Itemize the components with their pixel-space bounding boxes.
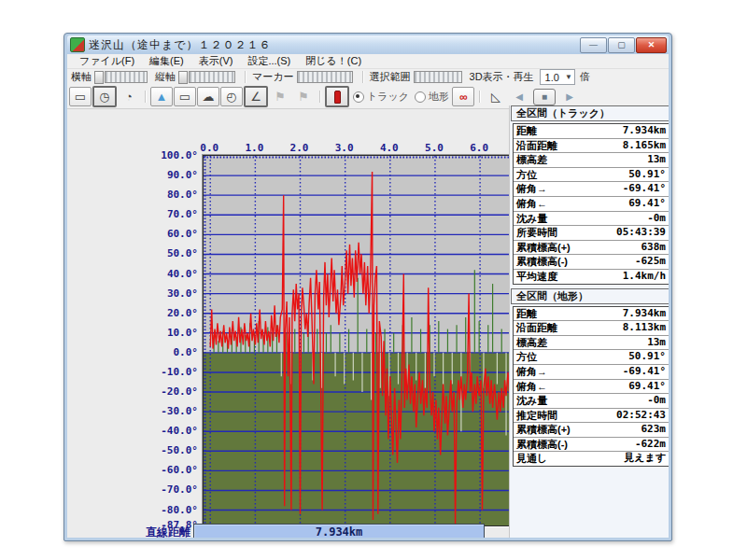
table-row: 俯角←69.41°	[514, 380, 669, 395]
row-value: 02:52:43	[616, 409, 669, 423]
y-tick-label: 0.0°	[148, 346, 198, 358]
xaxis-distance-icon[interactable]: ▭	[69, 87, 92, 106]
marker-slider-bar[interactable]	[297, 71, 353, 83]
play-back-icon: ◀	[515, 91, 523, 102]
selection-slider-bar[interactable]	[414, 71, 462, 83]
row-label: 推定時間	[514, 409, 557, 423]
radio-icon[interactable]	[353, 91, 364, 103]
menu-item-4[interactable]: 設定...(S)	[241, 54, 297, 68]
menu-item-5[interactable]: 閉じる！(C)	[299, 54, 368, 68]
vaxis-zoom-slider-thumb[interactable]	[178, 71, 188, 84]
bottom-summary-label: 直線距離	[146, 525, 190, 538]
view-direction-button[interactable]: ◺	[485, 87, 507, 106]
table-row: 距離7.934km	[514, 307, 669, 322]
marker-pair-icon: ∞	[459, 91, 467, 104]
marker-pin2-icon-glyph: ⚑	[298, 90, 309, 104]
yaxis-pace-icon[interactable]: ◴	[220, 87, 243, 106]
x-tick-label: 5.0	[420, 142, 448, 154]
marker-slider[interactable]	[297, 71, 353, 83]
marker-slider-label: マーカー	[252, 70, 294, 84]
menu-item-1[interactable]: ファイル(F)	[73, 54, 141, 68]
yaxis-distance-icon[interactable]: ▭	[174, 87, 196, 106]
row-label: 距離	[514, 307, 537, 321]
table-row: 推定時間02:52:43	[514, 409, 669, 424]
app-window: 迷沢山（途中まで）１２０２１６ — ▢ ✕ ファイル(F)編集(E)表示(V)設…	[63, 33, 672, 541]
marker-pair-button[interactable]: ∞	[452, 87, 474, 106]
haxis-zoom-slider-thumb[interactable]	[94, 71, 104, 84]
xaxis-time-icon[interactable]: ◷	[92, 86, 117, 107]
row-value: 見えます	[624, 452, 669, 466]
toolbar-sliders-row: 横軸縦軸マーカー選択範囲3D表示・再生1.0▼倍	[69, 70, 669, 84]
row-label: 標高差	[514, 336, 547, 350]
y-tick-label: -10.0°	[148, 366, 198, 378]
row-label: 俯角←	[514, 380, 547, 394]
y-tick-label: 50.0°	[148, 247, 198, 259]
maximize-button[interactable]: ▢	[608, 37, 635, 53]
table-row: 見通し見えます	[514, 452, 669, 466]
menu-item-2[interactable]: 編集(E)	[143, 54, 190, 68]
row-label: 累積標高(-)	[514, 255, 568, 269]
marker-terrain-radio[interactable]: 地形	[415, 90, 449, 104]
stop-icon: ■	[542, 91, 547, 102]
marker-pin-button[interactable]	[325, 86, 349, 107]
row-value: 8.113km	[623, 321, 669, 335]
y-tick-label: 80.0°	[148, 189, 198, 201]
table-row: 標高差13m	[514, 153, 669, 168]
toolbar-buttons-row: ▭◷◔▲▭☁◴∠⚑⚑トラック地形∞◺◀■▶	[69, 86, 669, 107]
section-table-1: 距離7.934km沿面距離8.165km標高差13m方位50.91°俯角→-69…	[513, 123, 669, 285]
menu-item-3[interactable]: 表示(V)	[192, 54, 240, 68]
play-forward-button[interactable]: ▶	[558, 89, 581, 105]
row-label: 方位	[514, 350, 537, 364]
row-value: -69.41°	[623, 182, 669, 196]
table-row: 俯角→-69.41°	[514, 182, 669, 197]
y-tick-label: 60.0°	[148, 228, 198, 240]
table-row: 沈み量-0m	[514, 212, 669, 227]
x-tick-label: 2.0	[286, 142, 314, 154]
y-tick-label: -20.0°	[148, 385, 198, 398]
close-button[interactable]: ✕	[636, 37, 667, 53]
yaxis-slope-angle-icon[interactable]: ∠	[244, 86, 268, 107]
vaxis-zoom-slider-label: 縦軸	[155, 70, 176, 84]
haxis-zoom-slider-bar[interactable]	[105, 71, 148, 83]
play-back-button[interactable]: ◀	[508, 89, 530, 105]
minimize-button[interactable]: —	[580, 37, 607, 53]
table-row: 所要時間05:43:39	[514, 226, 669, 241]
radio-icon[interactable]	[415, 91, 426, 103]
screen: 迷沢山（途中まで）１２０２１６ — ▢ ✕ ファイル(F)編集(E)表示(V)設…	[0, 0, 747, 560]
y-tick-label: 20.0°	[148, 307, 198, 319]
toolbar-separator	[479, 91, 481, 103]
row-value: 7.934km	[623, 307, 669, 321]
yaxis-speed-icon[interactable]: ☁	[197, 87, 219, 106]
yaxis-elevation-icon[interactable]: ▲	[150, 87, 173, 106]
play-speed-dropdown[interactable]: 1.0▼	[540, 69, 575, 85]
vaxis-zoom-slider-bar[interactable]	[189, 71, 235, 83]
x-tick-label: 0.0	[195, 142, 223, 154]
title-bar[interactable]: 迷沢山（途中まで）１２０２１６ — ▢ ✕	[67, 35, 669, 54]
selection-slider[interactable]	[414, 71, 462, 83]
section-title-1: 全区間（トラック）	[511, 105, 669, 121]
table-row: 累積標高(-)-625m	[514, 255, 669, 270]
row-value: 69.41°	[628, 197, 669, 211]
toolbar: 横軸縦軸マーカー選択範囲3D表示・再生1.0▼倍 ▭◷◔▲▭☁◴∠⚑⚑トラック地…	[67, 69, 669, 109]
section-table-2: 距離7.934km沿面距離8.113km標高差13m方位50.91°俯角→-69…	[513, 306, 669, 468]
stop-button[interactable]: ■	[533, 89, 556, 105]
y-tick-label: 70.0°	[148, 208, 198, 220]
haxis-zoom-slider[interactable]	[94, 71, 148, 84]
row-value: -0m	[647, 394, 669, 408]
y-tick-label: 90.0°	[148, 169, 198, 181]
row-label: 方位	[514, 168, 537, 182]
row-value: -625m	[635, 255, 669, 269]
table-row: 俯角←69.41°	[514, 197, 669, 212]
vaxis-zoom-slider[interactable]	[178, 71, 235, 84]
marker-track-radio[interactable]: トラック	[353, 90, 409, 104]
xaxis-number-icon[interactable]: ◔	[118, 87, 140, 106]
row-label: 累積標高(+)	[514, 423, 571, 437]
view-direction-icon: ◺	[491, 90, 500, 104]
marker-pin2-icon: ⚑	[292, 87, 315, 106]
play-speed-value: 1.0	[545, 72, 559, 83]
bottom-summary-labels: 直線距離沿面距離所要時間標高差	[84, 525, 190, 538]
xaxis-time-icon-glyph: ◷	[99, 90, 109, 104]
app-icon	[70, 37, 85, 52]
track-info-panel: 全区間（トラック）距離7.934km沿面距離8.165km標高差13m方位50.…	[509, 105, 669, 538]
row-label: 距離	[514, 124, 537, 138]
